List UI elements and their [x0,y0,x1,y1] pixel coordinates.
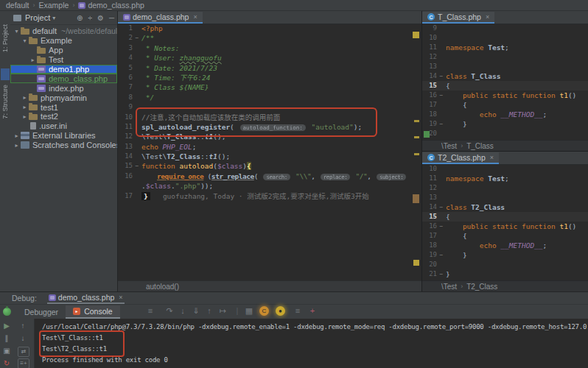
code-line[interactable]: 10 [422,164,588,174]
close-icon[interactable]: × [119,294,122,301]
tool-window-button-structure[interactable]: 7: Structure [1,85,9,119]
breadcrumb-class[interactable]: T2_Class [466,283,497,291]
line-number[interactable]: 17 [422,100,437,110]
stripe-mark[interactable] [414,120,419,122]
code-line[interactable]: 17} guofuzhang, Today · 测试版2完成,要求对坐标,测试版… [118,191,410,201]
tree-item-demo1-php[interactable]: demo1.php [10,65,117,74]
line-number[interactable]: 19 [422,119,437,129]
tree-item-app[interactable]: App [10,46,117,55]
show-command-line-icon[interactable]: C [259,306,269,316]
code-line[interactable]: 20 [422,129,588,138]
code-line[interactable]: 9 [422,24,588,33]
code-line[interactable]: 10//注意,这个自动加载应该放在类的调用前面 [118,113,410,122]
resume-icon[interactable]: ▶ [1,322,12,330]
code-line[interactable]: 15−function autoload($class){ [118,161,410,171]
code-line[interactable]: 19− } [422,119,588,129]
line-number[interactable]: 13 [118,142,133,152]
line-number[interactable]: 13 [422,193,437,202]
code-line[interactable]: 17 { [422,231,588,241]
tree-item-phpmyadmin[interactable]: ▸phpmyadmin [10,93,117,102]
line-number[interactable]: 14 [422,202,437,212]
stripe-mark[interactable] [414,153,419,155]
console-output[interactable]: /usr/local/Cellar/php@7.3/7.3.28/bin/php… [35,319,588,368]
collapse-all-icon[interactable]: ÷ [88,14,92,22]
line-number[interactable]: 17 [422,231,437,241]
locate-icon[interactable]: ⊕ [77,14,83,22]
code-line[interactable]: 14−class T2_Class [422,202,588,212]
fold-icon[interactable]: − [133,161,141,171]
expand-arrow-icon[interactable]: ▸ [29,57,37,63]
code-line[interactable]: 12 [422,52,588,62]
line-number[interactable]: 12 [422,52,437,62]
code-line[interactable]: 21−} [422,269,588,279]
up-stack-icon[interactable]: ↑ [18,322,28,330]
fold-icon[interactable]: − [437,202,446,212]
line-number[interactable]: 1 [118,24,133,33]
code-line[interactable]: 17 { [422,100,588,110]
line-number[interactable]: 18 [422,241,437,250]
code-area[interactable]: 91011namespace Test;121314−class T_Class… [422,24,588,138]
fold-icon[interactable]: − [133,33,141,43]
code-line[interactable]: 19− } [422,250,588,260]
line-number[interactable]: 11 [118,122,133,132]
code-line[interactable]: 4 * User: zhangguofu [118,53,410,63]
breadcrumb-item-project[interactable]: default [6,1,29,10]
tree-item-default[interactable]: ▾default~/website/defaultmas [10,26,117,36]
line-number[interactable]: 12 [422,183,437,193]
code-line[interactable]: 15{ [422,81,588,91]
down-stack-icon[interactable]: ↓ [18,334,28,342]
expand-arrow-icon[interactable]: ▸ [13,132,21,139]
fold-icon[interactable]: − [437,71,446,81]
run-to-cursor-icon[interactable]: ↦ [217,306,228,316]
code-line[interactable]: 11namespace Test; [422,174,588,183]
code-line[interactable]: 5 * Date: 2021/7/23 [118,63,410,73]
fold-icon[interactable]: − [437,222,446,231]
code-line[interactable]: 13 [422,62,588,71]
line-number[interactable]: 15 [422,212,437,222]
tree-item-demo-class-php[interactable]: demo_class.php [10,74,117,83]
stripe-mark[interactable] [414,136,419,138]
code-line[interactable]: 18 echo __METHOD__; [422,241,588,250]
line-number[interactable]: 12 [118,132,133,141]
view-options-icon[interactable]: ▦ [243,306,255,316]
breadcrumb-class[interactable]: T_Class [466,142,494,150]
add-configuration-icon[interactable]: + [307,306,318,315]
line-number[interactable] [118,181,133,191]
force-step-into-icon[interactable]: ⇓ [190,306,202,316]
line-number[interactable]: 16 [422,91,437,100]
code-line[interactable]: .$class.".php")); [118,181,410,191]
code-line[interactable]: 2−/** [118,33,410,43]
evaluate-icon[interactable]: ≡+ [18,358,29,368]
line-number[interactable]: 2 [118,33,133,43]
fold-icon[interactable]: − [437,269,446,279]
code-line[interactable]: 11spl_autoload_register( autoload_functi… [118,122,410,132]
tree-item-external-libraries[interactable]: ▸External Libraries [10,131,117,141]
code-line[interactable]: 15{ [422,212,588,222]
breadcrumb-scope[interactable]: autoload() [146,283,179,291]
close-icon[interactable]: × [486,13,489,21]
layout-settings-icon[interactable]: ≡ [144,306,156,315]
line-number[interactable]: 11 [422,43,437,52]
breadcrumb-namespace[interactable]: \Test [441,283,457,291]
code-line[interactable]: 13 [422,193,588,202]
line-number[interactable]: 13 [422,62,437,71]
scroll-to-end-icon[interactable]: ≡ [292,306,304,315]
code-line[interactable]: 7 * Class ${NAME} [118,82,410,92]
line-number[interactable]: 14 [118,152,133,161]
code-line[interactable]: 6 * Time: 下午6:24 [118,73,410,82]
line-number[interactable]: 9 [422,24,437,33]
close-icon[interactable]: × [490,154,494,161]
tab-t-class-php[interactable]: C T_Class.php × [422,12,494,24]
line-number[interactable]: 15 [422,81,437,91]
line-number[interactable]: 7 [118,82,133,92]
line-number[interactable]: 16 [422,222,437,231]
tree-item-example[interactable]: ▾Example [10,36,117,46]
hide-panel-icon[interactable]: ─ [109,14,114,22]
code-line[interactable]: 16− public static function t1() [422,222,588,231]
tool-window-button-project[interactable]: 1: Project [1,24,9,52]
line-number[interactable]: 3 [118,43,133,53]
line-number[interactable]: 20 [422,260,437,269]
line-number[interactable]: 21 [422,269,437,279]
pause-icon[interactable]: ∥ [1,334,12,342]
line-number[interactable]: 14 [422,71,437,81]
